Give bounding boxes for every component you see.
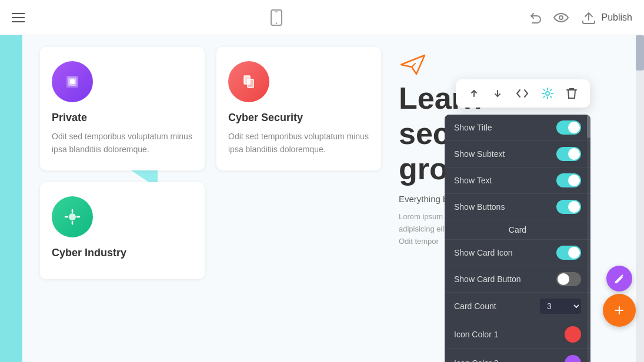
card-count-row: Card Count 3 4 5 6 [445, 293, 590, 320]
panel-scrollbar[interactable] [587, 115, 590, 362]
icon-color-2-swatch[interactable] [565, 355, 581, 362]
show-card-icon-label: Show Card Icon [454, 248, 513, 257]
delete-button[interactable] [563, 85, 580, 102]
show-title-toggle[interactable] [556, 120, 581, 135]
show-card-icon-row: Show Card Icon [445, 240, 590, 266]
settings-panel: Show Title Show Subtext Show Text [445, 115, 590, 362]
undo-button[interactable] [529, 11, 542, 24]
icon-color-2-label: Icon Color 2 [454, 358, 498, 362]
show-card-button-row: Show Card Button [445, 266, 590, 293]
svg-point-11 [69, 213, 76, 220]
fab-add-icon: + [615, 302, 624, 319]
fab-add-button[interactable]: + [603, 294, 636, 327]
card-icon-circle [228, 61, 269, 102]
card-text: Odit sed temporibus voluptatum minus ips… [228, 130, 369, 156]
svg-point-16 [546, 92, 549, 95]
icon-color-1-swatch[interactable] [565, 326, 581, 343]
show-title-label: Show Title [454, 123, 492, 132]
icon-color-2-row: Icon Color 2 [445, 349, 590, 362]
show-buttons-toggle[interactable] [556, 200, 581, 214]
card-title: Cyber Security [228, 112, 369, 124]
card-section-label: Card [445, 220, 590, 240]
card-text: Odit sed temporibus voluptatum minus ips… [52, 130, 193, 156]
header-right: Publish [529, 11, 632, 25]
svg-rect-6 [70, 79, 75, 84]
canvas-scrollbar[interactable] [636, 35, 644, 362]
card-item: Private Odit sed temporibus voluptatum m… [40, 47, 205, 170]
phone-preview-icon [270, 9, 283, 26]
move-up-button[interactable] [465, 86, 483, 101]
header: Publish [0, 0, 644, 35]
header-center [270, 9, 283, 26]
card-icon-circle [52, 196, 93, 237]
show-buttons-label: Show Buttons [454, 202, 505, 212]
show-title-row: Show Title [445, 115, 590, 141]
card-icon-circle [52, 61, 93, 102]
show-card-button-label: Show Card Button [454, 274, 521, 284]
publish-label: Publish [602, 12, 632, 23]
panel-scroll-thumb [587, 115, 590, 138]
header-left [12, 13, 25, 22]
svg-rect-2 [275, 11, 278, 12]
icon-color-1-label: Icon Color 1 [454, 330, 498, 339]
card-title: Cyber Industry [52, 247, 193, 259]
move-down-button[interactable] [489, 86, 506, 101]
show-subtext-label: Show Subtext [454, 149, 505, 159]
card-item: Cyber Security Odit sed temporibus volup… [216, 47, 381, 170]
publish-button[interactable]: Publish [580, 11, 632, 25]
card-item: Cyber Industry [40, 182, 205, 279]
show-text-toggle[interactable] [556, 173, 581, 187]
hamburger-menu-button[interactable] [12, 13, 25, 22]
settings-button[interactable] [538, 85, 557, 102]
preview-button[interactable] [553, 12, 569, 23]
canvas: Private Odit sed temporibus voluptatum m… [0, 35, 644, 362]
svg-point-1 [276, 22, 277, 24]
code-button[interactable] [512, 86, 532, 100]
show-text-row: Show Text [445, 167, 590, 194]
show-card-icon-toggle[interactable] [556, 246, 581, 260]
card-count-label: Card Count [454, 301, 496, 311]
show-subtext-row: Show Subtext [445, 141, 590, 167]
show-subtext-toggle[interactable] [556, 147, 581, 161]
cards-grid: Private Odit sed temporibus voluptatum m… [40, 47, 381, 279]
show-card-button-toggle[interactable] [556, 272, 581, 286]
card-count-select[interactable]: 3 4 5 6 [540, 299, 581, 314]
card-title: Private [52, 112, 193, 124]
left-accent-bar [0, 35, 22, 362]
svg-rect-8 [248, 79, 253, 88]
show-text-label: Show Text [454, 176, 492, 185]
fab-edit-button[interactable] [606, 266, 632, 291]
show-buttons-row: Show Buttons [445, 194, 590, 220]
svg-point-3 [559, 16, 563, 19]
publish-icon [580, 11, 597, 25]
scrollbar-thumb [636, 35, 644, 71]
icon-color-1-row: Icon Color 1 [445, 320, 590, 349]
floating-toolbar [456, 79, 590, 108]
